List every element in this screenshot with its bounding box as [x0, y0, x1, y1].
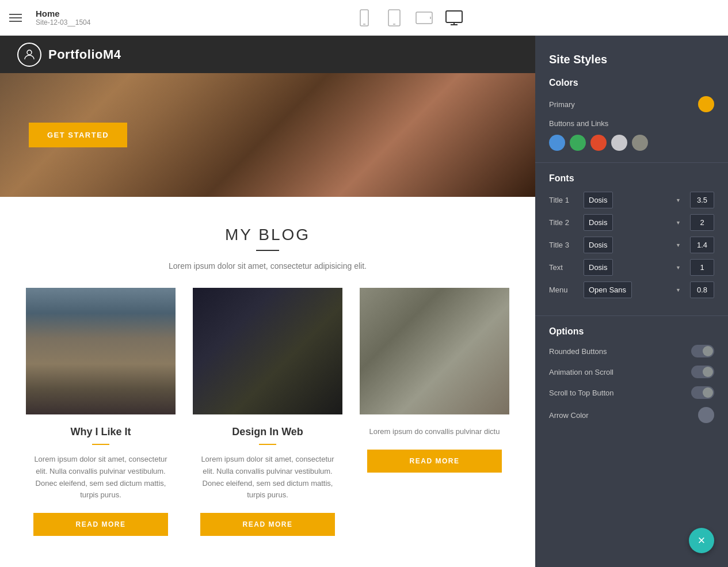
arrow-color-row: Arrow Color	[549, 407, 714, 423]
swatch-green[interactable]	[570, 135, 586, 151]
svg-rect-2	[388, 10, 400, 26]
font-select-menu[interactable]: Open Sans	[584, 281, 632, 298]
scroll-top-label: Scroll to Top Button	[549, 389, 691, 397]
close-icon: ×	[698, 533, 706, 548]
primary-label: Primary	[549, 100, 698, 109]
card-image-1	[26, 288, 176, 414]
font-select-title2[interactable]: Dosis	[584, 214, 613, 231]
svg-rect-6	[446, 11, 462, 22]
buttons-links-row: Buttons and Links	[549, 119, 714, 128]
rounded-buttons-toggle[interactable]	[691, 345, 714, 357]
rounded-buttons-row: Rounded Buttons	[549, 345, 714, 357]
card-text-2: Lorem ipsum dolor sit amet, consectetur …	[193, 454, 342, 501]
scroll-top-row: Scroll to Top Button	[549, 386, 714, 399]
font-select-wrapper-text: Dosis	[584, 259, 685, 276]
fonts-section: Fonts Title 1 Dosis Title 2 Dosis	[535, 162, 728, 315]
read-more-button-1[interactable]: READ MORE	[33, 513, 168, 536]
animation-scroll-row: Animation on Scroll	[549, 366, 714, 378]
logo-text: PortfolioM4	[48, 47, 121, 62]
rounded-buttons-label: Rounded Buttons	[549, 347, 691, 356]
close-button[interactable]: ×	[689, 528, 714, 553]
card-underline-2	[259, 444, 276, 445]
font-select-wrapper-title3: Dosis	[584, 237, 685, 253]
device-icons	[355, 9, 463, 27]
fonts-label: Fonts	[549, 173, 714, 184]
font-select-title3[interactable]: Dosis	[584, 237, 613, 253]
color-swatches	[549, 135, 714, 151]
font-select-title1[interactable]: Dosis	[584, 192, 613, 208]
page-info: Home Site-12-03__1504	[36, 9, 90, 26]
list-item: Why I Like It Lorem ipsum dolor sit amet…	[17, 288, 184, 547]
font-select-wrapper-menu: Open Sans	[584, 281, 685, 298]
svg-point-9	[27, 50, 32, 55]
card-image-3	[360, 288, 509, 414]
read-more-button-2[interactable]: READ MORE	[200, 513, 335, 536]
colors-label: Colors	[549, 78, 714, 88]
page-title: Home	[36, 9, 90, 18]
font-row-title1: Title 1 Dosis	[549, 192, 714, 208]
font-select-text[interactable]: Dosis	[584, 259, 613, 276]
preview-area: PortfolioM4 GET STARTED MY BLOG Lorem ip…	[0, 36, 535, 567]
options-label: Options	[549, 326, 714, 337]
hero-content: GET STARTED	[29, 123, 127, 147]
desktop-icon[interactable]	[445, 9, 463, 27]
swatch-blue[interactable]	[549, 135, 565, 151]
logo-avatar	[17, 43, 41, 67]
page-subtitle: Site-12-03__1504	[36, 18, 90, 26]
animation-scroll-toggle[interactable]	[691, 366, 714, 378]
swatch-gray[interactable]	[632, 135, 648, 151]
card-text-1: Lorem ipsum dolor sit amet, consectetur …	[26, 454, 176, 501]
font-row-menu: Menu Open Sans	[549, 281, 714, 298]
font-label-title1: Title 1	[549, 196, 579, 204]
list-item: Lorem ipsum do convallis pulvinar dictu …	[351, 288, 518, 547]
get-started-button[interactable]: GET STARTED	[29, 123, 127, 147]
blog-heading: MY BLOG Lorem ipsum dolor sit amet, cons…	[17, 226, 518, 271]
mobile-icon[interactable]	[355, 9, 373, 27]
font-row-text: Text Dosis	[549, 259, 714, 276]
font-size-menu[interactable]	[690, 281, 714, 298]
buttons-links-label: Buttons and Links	[549, 119, 714, 128]
blog-grid: Why I Like It Lorem ipsum dolor sit amet…	[17, 288, 518, 547]
font-label-title3: Title 3	[549, 241, 579, 249]
list-item: Design In Web Lorem ipsum dolor sit amet…	[184, 288, 351, 547]
card-underline-1	[92, 444, 109, 445]
font-select-wrapper-title1: Dosis	[584, 192, 685, 208]
card-text-3: Lorem ipsum do convallis pulvinar dictu	[360, 426, 509, 438]
hero-section: GET STARTED	[0, 73, 535, 197]
blog-title: MY BLOG	[17, 226, 518, 244]
card-title-1: Why I Like It	[26, 426, 176, 438]
read-more-button-3[interactable]: READ MORE	[367, 450, 502, 473]
font-size-title2[interactable]	[690, 214, 714, 231]
blog-subtitle: Lorem ipsum dolor sit amet, consectetur …	[17, 261, 518, 271]
font-row-title3: Title 3 Dosis	[549, 237, 714, 253]
font-label-menu: Menu	[549, 286, 579, 294]
top-bar: Home Site-12-03__1504	[0, 0, 728, 36]
svg-rect-4	[416, 12, 432, 24]
site-header: PortfolioM4	[0, 36, 535, 73]
font-size-text[interactable]	[690, 259, 714, 276]
primary-color-row: Primary	[549, 96, 714, 112]
colors-section: Colors Primary Buttons and Links	[535, 78, 728, 162]
font-size-title3[interactable]	[690, 237, 714, 253]
tablet-landscape-icon[interactable]	[415, 9, 433, 27]
arrow-color-label: Arrow Color	[549, 411, 698, 420]
panel-title: Site Styles	[535, 47, 728, 78]
card-image-2	[193, 288, 342, 414]
arrow-color-swatch[interactable]	[698, 407, 714, 423]
options-section: Options Rounded Buttons Animation on Scr…	[535, 315, 728, 443]
font-label-title2: Title 2	[549, 218, 579, 227]
font-size-title1[interactable]	[690, 192, 714, 208]
site-logo: PortfolioM4	[17, 43, 121, 67]
font-label-text: Text	[549, 263, 579, 272]
swatch-light-gray[interactable]	[611, 135, 627, 151]
card-title-2: Design In Web	[193, 426, 342, 438]
primary-color-swatch[interactable]	[698, 96, 714, 112]
hamburger-button[interactable]	[9, 14, 22, 22]
blog-section: MY BLOG Lorem ipsum dolor sit amet, cons…	[0, 197, 535, 565]
svg-rect-0	[360, 10, 368, 26]
font-select-wrapper-title2: Dosis	[584, 214, 685, 231]
tablet-icon[interactable]	[385, 9, 403, 27]
swatch-red[interactable]	[590, 135, 607, 151]
main-layout: PortfolioM4 GET STARTED MY BLOG Lorem ip…	[0, 36, 728, 567]
scroll-top-toggle[interactable]	[691, 386, 714, 399]
